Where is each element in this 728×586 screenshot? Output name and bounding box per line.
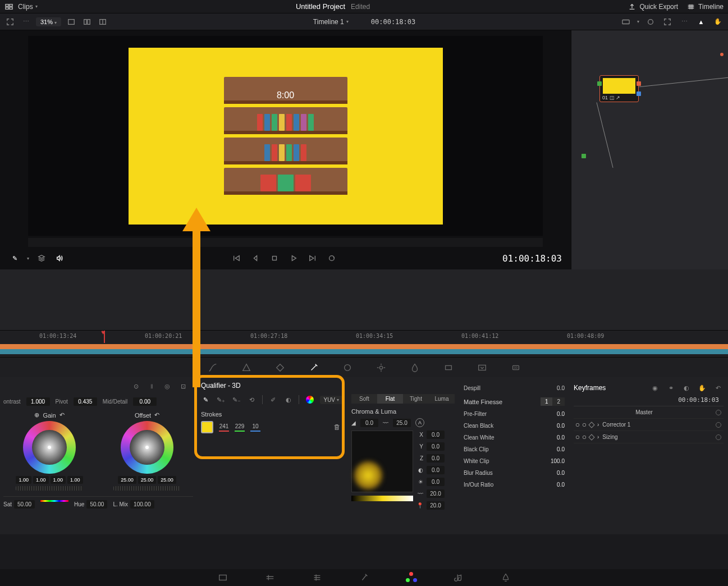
kf-row-master[interactable]: Master: [574, 406, 724, 419]
palette-qualifier-icon[interactable]: [305, 359, 322, 376]
tab-soft[interactable]: Soft: [351, 394, 377, 404]
matte-row[interactable]: Black Clip0.0: [464, 445, 565, 454]
matte-row[interactable]: Pre-Filter0.0: [464, 409, 565, 419]
offset-val-1[interactable]: 25.00: [138, 476, 157, 484]
last-frame-icon[interactable]: [307, 253, 318, 264]
delete-stroke-icon[interactable]: [331, 422, 342, 433]
timeline-ruler[interactable]: 01:00:13:24 01:00:20:21 01:00:27:18 01:0…: [0, 331, 728, 343]
tab-flat[interactable]: Flat: [377, 394, 403, 404]
view-mode-1-icon[interactable]: [66, 16, 77, 28]
timecode-display[interactable]: 00:00:18:03: [371, 18, 415, 26]
viewer-timecode[interactable]: 01:00:18:03: [502, 253, 562, 264]
eyedropper-icon[interactable]: ✎: [9, 253, 20, 264]
gain-wheel[interactable]: [23, 421, 76, 474]
contrast-value[interactable]: 1.000: [26, 397, 50, 406]
palette-blur-icon[interactable]: [406, 359, 423, 376]
kf-hand-icon[interactable]: ✋: [697, 382, 708, 393]
matte-tab-2[interactable]: 2: [552, 397, 565, 406]
palette-prism-icon[interactable]: [238, 359, 255, 376]
clip-track[interactable]: [0, 344, 728, 354]
page-fusion-icon[interactable]: [358, 571, 371, 584]
chroma-p4[interactable]: 20.0: [427, 501, 445, 510]
undo-offset-icon[interactable]: ↶: [154, 411, 159, 419]
chroma-scope[interactable]: [351, 431, 413, 492]
stroke-r-value[interactable]: 241: [219, 423, 229, 432]
expand-icon[interactable]: [662, 16, 673, 28]
clips-dropdown[interactable]: Clips▾: [18, 3, 38, 11]
node-editor[interactable]: 01 ◫ ↗: [571, 30, 728, 269]
kf-row-sizing[interactable]: ›Sizing: [574, 431, 724, 443]
middetail-value[interactable]: 0.00: [133, 397, 157, 406]
chroma-p1[interactable]: 0.0: [427, 466, 445, 474]
play-icon[interactable]: [288, 253, 299, 264]
options-icon[interactable]: ⋯: [20, 16, 31, 28]
quality-icon[interactable]: [620, 16, 631, 28]
kf-eye-icon[interactable]: ◉: [649, 382, 661, 393]
hue-value[interactable]: 50.00: [86, 500, 107, 509]
chroma-p2[interactable]: 0.0: [427, 478, 445, 486]
view-mode-3-icon[interactable]: [97, 16, 108, 28]
offset-val-0[interactable]: 25.00: [118, 476, 136, 484]
hand-icon[interactable]: ✋: [712, 16, 724, 28]
playhead[interactable]: [104, 331, 105, 343]
page-fairlight-icon[interactable]: [452, 571, 465, 584]
zoom-percentage[interactable]: 31% ▾: [36, 17, 61, 26]
offset-val-2[interactable]: 25.00: [158, 476, 176, 484]
scrub-bar[interactable]: [28, 238, 543, 247]
pivot-value[interactable]: 0.435: [74, 397, 97, 406]
luma-strip[interactable]: [351, 496, 413, 501]
offset-slider[interactable]: [113, 486, 181, 491]
matte-row[interactable]: Blur Radius0.0: [464, 468, 565, 478]
page-color-icon[interactable]: [405, 571, 418, 584]
stroke-b-value[interactable]: 10: [250, 423, 260, 432]
despill-value[interactable]: 0.0: [557, 385, 565, 391]
chroma-mode-icon[interactable]: A: [415, 418, 424, 427]
chroma-x[interactable]: 0.0: [427, 431, 445, 439]
stop-icon[interactable]: [269, 253, 280, 264]
tab-luma[interactable]: Luma: [429, 394, 455, 404]
picker-add-icon[interactable]: ✎₊: [216, 394, 226, 405]
kf-row-corrector[interactable]: ›Corrector 1: [574, 419, 724, 431]
gain-slider[interactable]: [16, 486, 83, 491]
reset-gain-icon[interactable]: ⊕: [34, 411, 39, 419]
scopes-icon[interactable]: [645, 16, 656, 28]
chroma-v1[interactable]: 0.0: [360, 419, 378, 427]
palette-key-icon[interactable]: [440, 359, 457, 376]
palette-3d-icon[interactable]: 3D: [507, 359, 524, 376]
speaker-icon[interactable]: [54, 253, 65, 264]
view-mode-2-icon[interactable]: [81, 16, 93, 28]
page-edit-icon[interactable]: [310, 571, 324, 584]
wheels-mode-2-icon[interactable]: ⫴: [146, 381, 157, 392]
stack-icon[interactable]: [36, 253, 47, 264]
kf-link-icon[interactable]: ⚭: [665, 382, 676, 393]
sat-value[interactable]: 50.00: [14, 500, 35, 509]
page-deliver-icon[interactable]: [499, 571, 512, 584]
tab-tight[interactable]: Tight: [403, 394, 429, 404]
chroma-p3[interactable]: 20.0: [427, 489, 445, 498]
quick-export-button[interactable]: Quick Export: [628, 3, 678, 11]
offset-wheel[interactable]: [121, 421, 173, 474]
timeline-selector[interactable]: Timeline 1 ▾: [313, 18, 349, 26]
prev-frame-icon[interactable]: [250, 253, 261, 264]
chroma-angle-icon[interactable]: ◢: [351, 420, 356, 426]
chroma-y[interactable]: 0.0: [427, 442, 445, 451]
page-media-icon[interactable]: [216, 571, 230, 584]
feather-icon[interactable]: ✐: [268, 394, 278, 405]
colorspace-icon[interactable]: [305, 394, 314, 405]
stroke-g-value[interactable]: 229: [235, 423, 245, 432]
thumbnail-view-icon[interactable]: [4, 3, 13, 11]
chroma-v2[interactable]: 25.0: [393, 419, 411, 427]
viewer[interactable]: 8:00: [28, 36, 543, 236]
yuv-selector[interactable]: YUV▾: [320, 396, 342, 404]
picker-icon[interactable]: ✎: [201, 394, 210, 405]
gain-val-1[interactable]: 1.00: [33, 476, 49, 484]
invert-icon[interactable]: ◐: [283, 394, 293, 405]
wheels-mode-1-icon[interactable]: ⊙: [130, 381, 141, 392]
matte-row[interactable]: White Clip100.0: [464, 456, 565, 466]
loop-icon[interactable]: [326, 253, 337, 264]
lmix-value[interactable]: 100.00: [130, 500, 154, 509]
stroke-swatch[interactable]: [201, 421, 213, 433]
picker-reset-icon[interactable]: ⟲: [247, 394, 257, 405]
kf-contrast-icon[interactable]: ◐: [681, 382, 692, 393]
fullscreen-icon[interactable]: [4, 16, 16, 28]
